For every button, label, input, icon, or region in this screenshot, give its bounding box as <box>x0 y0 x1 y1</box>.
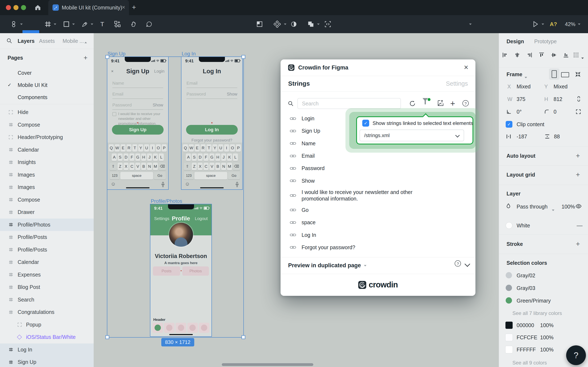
export-image-icon[interactable] <box>437 100 444 107</box>
hand-tool-button[interactable] <box>128 15 139 33</box>
add-stroke-button[interactable]: + <box>576 240 580 248</box>
align-left-icon[interactable] <box>502 52 508 58</box>
page-switcher[interactable]: Mobile ... <box>63 33 84 49</box>
tidy-chevron-icon[interactable] <box>581 54 584 60</box>
present-chevron-icon[interactable] <box>541 15 545 33</box>
blend-mode-chevron-icon[interactable] <box>552 206 554 212</box>
home-icon[interactable] <box>34 4 42 11</box>
avatar-chevron-icon[interactable] <box>468 15 473 33</box>
constrain-proportions-icon[interactable] <box>576 96 581 102</box>
present-play-icon[interactable] <box>531 15 540 33</box>
show-linked-strings-checkbox[interactable]: ✓ <box>362 120 369 127</box>
layer-row[interactable]: Drawer <box>0 206 94 218</box>
missing-fonts-indicator[interactable]: A? <box>550 15 557 33</box>
selection-color-row[interactable]: Green/Primary <box>499 294 588 307</box>
layer-row[interactable]: Sign Up <box>0 356 94 367</box>
minimize-window-button[interactable] <box>13 5 18 10</box>
orientation-portrait-button[interactable] <box>549 68 559 80</box>
frame-preset-chevron-icon[interactable] <box>525 74 527 80</box>
tab-layers[interactable]: Layers <box>18 33 35 49</box>
layer-row[interactable]: iOS/Status Bar/White <box>0 331 94 343</box>
layer-row[interactable]: Calendar <box>0 144 94 156</box>
see-all-colors-link[interactable]: See all 9 colors <box>512 360 547 366</box>
color-swatch[interactable] <box>505 346 513 353</box>
file-tab[interactable]: Mobile UI kit (Community) × <box>48 0 129 15</box>
orientation-landscape-button[interactable] <box>561 72 569 77</box>
w-value[interactable]: 375 <box>517 96 525 102</box>
layer-row[interactable]: Calendar <box>0 256 94 268</box>
page-row[interactable]: ✓ Components <box>0 91 94 103</box>
selection-handle[interactable] <box>242 335 245 339</box>
zoom-window-button[interactable] <box>21 5 26 10</box>
layer-row[interactable]: Insights <box>0 156 94 169</box>
x-value[interactable]: Mixed <box>517 83 531 90</box>
layer-row[interactable]: Profile/Posts <box>0 243 94 256</box>
string-row[interactable]: space <box>281 216 475 229</box>
selection-handle[interactable] <box>105 55 109 59</box>
color-swatch[interactable] <box>505 321 513 329</box>
components-chevron-icon[interactable] <box>283 15 287 33</box>
zoom-control[interactable]: 42% <box>565 15 580 33</box>
string-row[interactable]: Password <box>281 162 475 175</box>
pen-tool-chevron-icon[interactable] <box>90 15 94 33</box>
collapse-panel-chevron-icon[interactable] <box>84 40 87 44</box>
color-swatch[interactable] <box>505 334 513 341</box>
collapse-section-chevron-icon[interactable] <box>464 261 470 267</box>
align-v-center-icon[interactable] <box>551 52 556 58</box>
layer-row[interactable]: Popup <box>0 318 94 331</box>
selection-color-row[interactable]: Gray/03 <box>499 282 588 294</box>
string-row[interactable]: Log In <box>281 229 475 241</box>
selection-handle[interactable] <box>105 335 109 339</box>
layer-row[interactable]: Expenses <box>0 268 94 281</box>
boolean-chevron-icon[interactable] <box>316 15 320 33</box>
string-row[interactable]: Go <box>281 204 475 216</box>
shrink-to-fit-icon[interactable] <box>575 71 581 77</box>
new-tab-button[interactable]: + <box>132 0 136 14</box>
layer-row[interactable]: Compose <box>0 119 94 131</box>
tab-assets[interactable]: Assets <box>39 33 55 49</box>
shape-tool-chevron-icon[interactable] <box>71 15 76 33</box>
frame-label-signup[interactable]: Sign Up <box>108 51 125 57</box>
tab-prototype[interactable]: Prototype <box>534 33 557 50</box>
layer-row[interactable]: Profile/Photos <box>0 218 94 231</box>
selection-color-row[interactable]: Gray/02 <box>499 269 588 282</box>
layer-row[interactable]: Log In <box>0 343 94 356</box>
close-window-button[interactable] <box>6 5 11 10</box>
search-input[interactable] <box>297 98 401 109</box>
fill-swatch[interactable] <box>506 222 512 229</box>
main-menu-icon[interactable] <box>8 15 19 33</box>
shape-tool-button[interactable] <box>62 15 71 33</box>
align-h-center-icon[interactable] <box>514 52 520 58</box>
mask-icon[interactable] <box>289 15 299 33</box>
tidy-up-icon[interactable] <box>573 52 579 58</box>
close-tab-icon[interactable]: × <box>122 0 125 15</box>
align-bottom-icon[interactable] <box>563 52 569 58</box>
string-row[interactable]: Forgot your password? <box>281 241 475 254</box>
layer-row[interactable]: Images <box>0 169 94 181</box>
color-swatch[interactable] <box>506 285 512 291</box>
layer-row[interactable]: Images <box>0 181 94 194</box>
preview-help-icon[interactable]: ? <box>455 260 461 267</box>
frame-tool-chevron-icon[interactable] <box>53 15 57 33</box>
layer-row[interactable]: Compose <box>0 194 94 206</box>
vertical-gap-value[interactable]: 88 <box>554 133 560 140</box>
components-icon[interactable] <box>272 15 283 33</box>
layer-row[interactable]: Congratulations <box>0 306 94 318</box>
page-row[interactable]: ✓ Mobile UI Kit <box>0 79 94 91</box>
selection-handle[interactable] <box>242 55 245 59</box>
frame-label-login[interactable]: Log In <box>182 51 196 57</box>
string-row[interactable]: Show <box>281 175 475 187</box>
corner-radius-value[interactable]: 0 <box>554 109 556 115</box>
boolean-groups-icon[interactable] <box>306 15 316 33</box>
preview-in-duplicated-page[interactable]: Preview in duplicated page <box>288 257 366 274</box>
layer-row[interactable]: Header/Prototyping <box>0 131 94 144</box>
tab-design[interactable]: Design <box>506 33 524 50</box>
layer-row[interactable]: Hide <box>0 106 94 119</box>
align-right-icon[interactable] <box>527 52 532 58</box>
blend-mode-icon[interactable] <box>506 203 511 209</box>
help-icon[interactable]: ? <box>462 100 469 107</box>
horizontal-scrollbar[interactable] <box>222 363 313 366</box>
add-auto-layout-button[interactable]: + <box>576 152 580 160</box>
fill-name[interactable]: White <box>517 223 530 229</box>
add-page-button[interactable]: + <box>84 52 88 63</box>
